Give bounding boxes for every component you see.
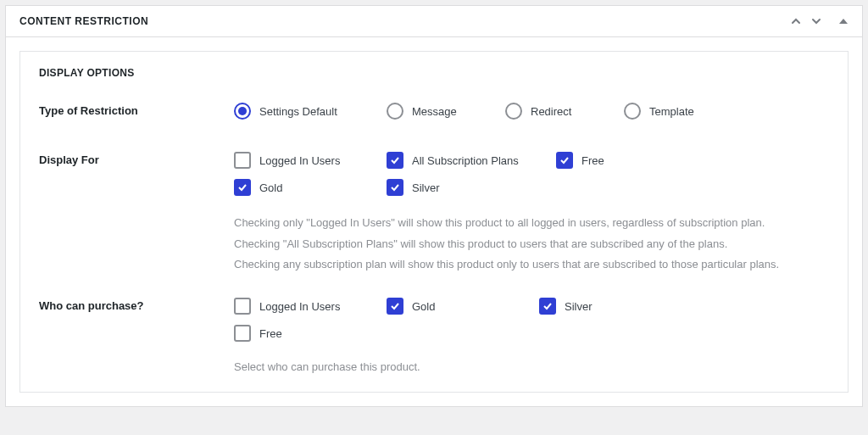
type-of-restriction-label: Type of Restriction — [39, 103, 234, 117]
purchase-free[interactable]: Free — [234, 325, 829, 342]
display-for-help: Checking only "Logged In Users" will sho… — [234, 213, 829, 276]
purchase-gold[interactable]: Gold — [387, 298, 539, 315]
display-for-all-plans[interactable]: All Subscription Plans — [387, 152, 556, 169]
radio-icon — [624, 103, 641, 120]
panel-controls — [789, 14, 849, 28]
checkbox-label: Logged In Users — [259, 154, 340, 167]
checkbox-label: Logged In Users — [259, 300, 340, 313]
checkbox-label: Silver — [412, 181, 440, 194]
help-line: Checking "All Subscription Plans" will s… — [234, 234, 829, 255]
checkbox-icon — [387, 179, 403, 196]
who-can-purchase-label: Who can purchase? — [39, 298, 234, 312]
checkbox-label: Free — [581, 154, 604, 167]
checkbox-icon — [234, 325, 251, 342]
checkbox-label: All Subscription Plans — [412, 154, 519, 167]
radio-icon — [234, 103, 251, 120]
display-for-free[interactable]: Free — [556, 152, 683, 169]
move-down-icon[interactable] — [810, 14, 823, 28]
display-for-label: Display For — [39, 152, 234, 166]
purchase-logged-in[interactable]: Logged In Users — [234, 298, 387, 315]
restriction-option-redirect[interactable]: Redirect — [505, 103, 624, 120]
collapse-icon[interactable] — [838, 16, 849, 26]
display-for-gold[interactable]: Gold — [234, 179, 387, 196]
panel-header: CONTENT RESTRICTION — [6, 6, 862, 37]
checkbox-icon — [234, 152, 251, 169]
display-for-row: Display For Logged In Users All Subscrip… — [39, 152, 829, 276]
radio-label: Redirect — [531, 105, 571, 118]
display-for-silver[interactable]: Silver — [387, 179, 539, 196]
checkbox-label: Gold — [412, 300, 435, 313]
who-can-purchase-row: Who can purchase? Logged In Users Gold — [39, 298, 829, 373]
restriction-option-default[interactable]: Settings Default — [234, 103, 387, 120]
checkbox-label: Silver — [565, 300, 593, 313]
help-line: Checking any subscription plan will show… — [234, 254, 829, 276]
checkbox-icon — [234, 298, 251, 315]
checkbox-icon — [387, 298, 403, 315]
purchase-help: Select who can purchase this product. — [234, 360, 829, 373]
radio-label: Settings Default — [259, 105, 337, 118]
checkbox-icon — [539, 298, 556, 315]
radio-label: Template — [649, 105, 694, 118]
panel-body: DISPLAY OPTIONS Type of Restriction Sett… — [6, 37, 862, 406]
radio-icon — [505, 103, 522, 120]
checkbox-icon — [234, 179, 251, 196]
display-for-logged-in[interactable]: Logged In Users — [234, 152, 387, 169]
content-restriction-panel: CONTENT RESTRICTION DISPLAY OPTIONS Type… — [5, 5, 863, 407]
checkbox-label: Gold — [259, 181, 282, 194]
checkbox-label: Free — [259, 327, 282, 340]
restriction-option-message[interactable]: Message — [387, 103, 505, 120]
restriction-option-template[interactable]: Template — [624, 103, 743, 120]
checkbox-icon — [556, 152, 573, 169]
purchase-silver[interactable]: Silver — [539, 298, 692, 315]
move-up-icon[interactable] — [789, 14, 803, 28]
radio-icon — [387, 103, 403, 120]
type-of-restriction-row: Type of Restriction Settings Default Mes… — [39, 103, 829, 130]
checkbox-icon — [387, 152, 403, 169]
section-heading: DISPLAY OPTIONS — [39, 67, 829, 79]
radio-label: Message — [412, 105, 457, 118]
help-line: Checking only "Logged In Users" will sho… — [234, 213, 829, 234]
panel-title: CONTENT RESTRICTION — [19, 15, 789, 27]
display-options-box: DISPLAY OPTIONS Type of Restriction Sett… — [19, 51, 849, 393]
